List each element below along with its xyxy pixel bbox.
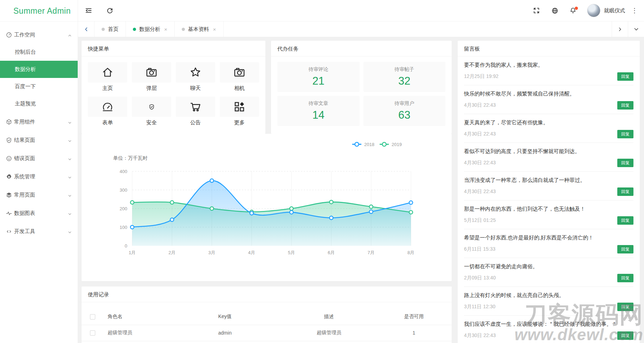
bell-icon[interactable] bbox=[564, 0, 582, 21]
tab-1[interactable]: 数据分析× bbox=[126, 21, 175, 37]
home-icon bbox=[88, 62, 127, 83]
usage-record-card: 使用记录 角色名Key值描述是否可用 超级管理员admin超级管理员1 bbox=[82, 286, 452, 343]
activity-icon bbox=[6, 210, 14, 217]
user-avatar[interactable] bbox=[587, 4, 600, 17]
message-time: 5月12日 01:25 bbox=[464, 217, 496, 224]
collapse-menu-icon[interactable] bbox=[78, 0, 99, 21]
line-chart: 01002003004001月2月3月4月5月6月7月8月单位：万千瓦时 201… bbox=[82, 134, 452, 281]
quick-menu-item-3[interactable]: 相机 bbox=[220, 62, 259, 94]
sidebar-item-1[interactable]: 控制后台 bbox=[0, 44, 78, 61]
tabs-scroll-left-icon[interactable] bbox=[78, 21, 94, 37]
reply-button[interactable]: 回复 bbox=[617, 216, 633, 225]
table-cell: 1 bbox=[376, 325, 452, 341]
message-item-6: 希望是一个好东西,也许是最好的,好东西是不会消亡的！ 6月11日 15:33 回… bbox=[464, 229, 633, 258]
svg-text:3月: 3月 bbox=[208, 250, 215, 255]
reply-button[interactable]: 回复 bbox=[617, 159, 633, 167]
tab-0[interactable]: 首页 bbox=[94, 21, 126, 37]
sidebar-item-2[interactable]: 数据分析 bbox=[0, 61, 78, 78]
quick-menu-label: 主页 bbox=[88, 83, 127, 94]
quick-menu-grid: 主页 弹层 聊天 相机 表单 安全 公告 更多 bbox=[82, 57, 265, 131]
reply-button[interactable]: 回复 bbox=[617, 187, 633, 196]
sidebar-item-8[interactable]: 系统管理 bbox=[0, 168, 78, 185]
reply-button[interactable]: 回复 bbox=[617, 245, 633, 253]
cube-icon bbox=[6, 119, 14, 125]
reply-button[interactable]: 回复 bbox=[617, 101, 633, 110]
reply-button[interactable]: 回复 bbox=[617, 130, 633, 138]
message-time: 6月11日 15:33 bbox=[464, 246, 495, 252]
reply-button[interactable]: 回复 bbox=[617, 303, 633, 311]
quick-menu-item-2[interactable]: 聊天 bbox=[176, 62, 215, 94]
tabs-scroll-right-icon[interactable] bbox=[612, 21, 628, 37]
reply-button[interactable]: 回复 bbox=[617, 331, 633, 340]
row-checkbox[interactable] bbox=[90, 330, 95, 336]
kebab-menu-icon[interactable]: ⋮ bbox=[625, 0, 644, 21]
sidebar-item-0[interactable]: 工作空间 bbox=[0, 26, 78, 44]
table-cell: 超级管理员 bbox=[282, 325, 376, 341]
column-header: Key值 bbox=[214, 309, 282, 325]
todo-stat-3: 待审用户 63 bbox=[363, 96, 446, 126]
tabbar-spacer bbox=[224, 21, 612, 37]
reply-button[interactable]: 回复 bbox=[617, 274, 633, 282]
table-cell: 超级管理员 bbox=[103, 325, 214, 341]
user-name[interactable]: 就眠仪式 bbox=[604, 7, 625, 14]
globe-icon[interactable] bbox=[546, 0, 564, 21]
sidebar-item-10[interactable]: 数据图表 bbox=[0, 205, 78, 222]
sidebar-item-6[interactable]: 结果页面 bbox=[0, 132, 78, 149]
chevron-down-icon bbox=[67, 120, 72, 126]
message-item-0: 要不要作为我的家人，搬来我家。 12月25日 19:92 回复 bbox=[464, 57, 633, 85]
select-all-checkbox[interactable] bbox=[90, 314, 95, 319]
message-text: 快乐的时候不敢尽兴，频繁警戒自己保持清醒。 bbox=[464, 90, 633, 98]
todo-stat-2: 待审文章 14 bbox=[277, 96, 360, 126]
quick-menu-label: 弹层 bbox=[132, 83, 171, 94]
column-header: 是否可用 bbox=[376, 309, 452, 325]
todo-stat-label: 待审用户 bbox=[394, 100, 414, 107]
sidebar-item-4[interactable]: 主题预览 bbox=[0, 95, 78, 112]
sidebar: Summer Admin 工作空间控制后台数据分析百度一下主题预览常用组件结果页… bbox=[0, 0, 78, 343]
header-right: 就眠仪式 ⋮ bbox=[527, 0, 644, 21]
star-icon bbox=[176, 62, 215, 83]
sidebar-item-5[interactable]: 常用组件 bbox=[0, 113, 78, 131]
chevron-up-icon bbox=[67, 33, 72, 39]
sidebar-item-label: 数据分析 bbox=[15, 66, 78, 73]
quick-menu-label: 相机 bbox=[220, 83, 259, 94]
message-list: 要不要作为我的家人，搬来我家。 12月25日 19:92 回复 快乐的时候不敢尽… bbox=[458, 57, 640, 343]
sidebar-item-3[interactable]: 百度一下 bbox=[0, 78, 78, 95]
svg-text:300: 300 bbox=[120, 187, 127, 193]
close-icon[interactable]: × bbox=[164, 26, 167, 32]
usage-title: 使用记录 bbox=[82, 286, 452, 302]
quick-menu-item-6[interactable]: 公告 bbox=[176, 97, 215, 128]
tab-2[interactable]: 基本资料× bbox=[175, 21, 224, 37]
sidebar-item-11[interactable]: 开发工具 bbox=[0, 223, 78, 240]
message-time: 2月09日 13:40 bbox=[464, 275, 496, 281]
sad-face-icon bbox=[6, 156, 14, 162]
close-icon[interactable]: × bbox=[213, 26, 216, 32]
tab-label: 数据分析 bbox=[139, 26, 160, 33]
quick-menu-item-7[interactable]: 更多 bbox=[220, 97, 259, 128]
sidebar-item-9[interactable]: 常用页面 bbox=[0, 186, 78, 204]
message-item-1: 快乐的时候不敢尽兴，频繁警戒自己保持清醒。 4月30日 22:43 回复 bbox=[464, 85, 633, 114]
sidebar-menu: 工作空间控制后台数据分析百度一下主题预览常用组件结果页面错误页面系统管理常用页面… bbox=[0, 22, 78, 240]
quick-menu-item-0[interactable]: 主页 bbox=[88, 62, 127, 94]
quick-menu-item-4[interactable]: 表单 bbox=[88, 97, 127, 128]
tab-bar: 首页 数据分析× 基本资料× bbox=[78, 21, 644, 37]
sidebar-item-7[interactable]: 错误页面 bbox=[0, 150, 78, 167]
chevron-down-icon bbox=[67, 138, 72, 144]
message-item-8: 路上没有灯火的时候，就点亮自己的头颅。 3月11日 12:30 回复 bbox=[464, 287, 633, 316]
message-time: 3月11日 12:30 bbox=[464, 304, 495, 310]
refresh-icon[interactable] bbox=[99, 0, 120, 21]
message-item-3: 看似不可达到的高度，只要坚持不懈就可能到达。 4月30日 22:43 回复 bbox=[464, 143, 633, 172]
message-time: 4月30日 22:43 bbox=[464, 102, 496, 108]
message-item-2: 夏天真的来了，尽管它还有些犹豫。 4月30日 22:43 回复 bbox=[464, 114, 633, 143]
svg-text:1月: 1月 bbox=[129, 250, 136, 255]
tabs-menu-icon[interactable] bbox=[628, 21, 644, 37]
reply-button[interactable]: 回复 bbox=[617, 72, 633, 81]
usage-table: 角色名Key值描述是否可用 超级管理员admin超级管理员1 bbox=[82, 309, 452, 341]
todo-title: 代办任务 bbox=[271, 41, 452, 57]
todo-stat-label: 待审文章 bbox=[309, 100, 328, 107]
quick-menu-item-1[interactable]: 弹层 bbox=[132, 62, 171, 94]
quick-menu-item-5[interactable]: 安全 bbox=[132, 97, 171, 128]
chevron-down-icon bbox=[67, 211, 72, 217]
quick-menu-label: 更多 bbox=[220, 117, 259, 128]
todo-stat-value: 32 bbox=[398, 75, 410, 87]
fullscreen-icon[interactable] bbox=[527, 0, 546, 21]
